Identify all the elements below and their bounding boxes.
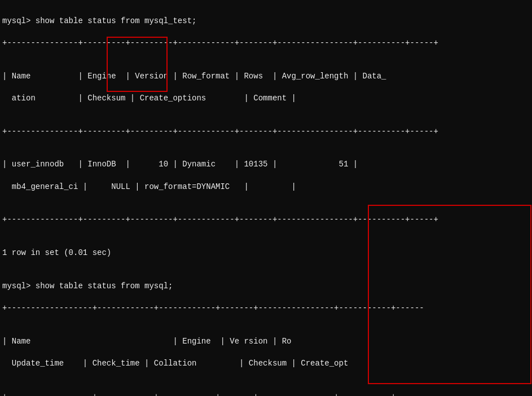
terminal-output: mysql> show table status from mysql_test… (2, 5, 530, 396)
line-20: Update_time | Check_time | Collation | C… (2, 358, 530, 369)
line-14: 1 row in set (0.01 sec) (2, 248, 530, 259)
line-9: | user_innodb | InnoDB | 10 | Dynamic | … (2, 159, 530, 170)
line-19: | Name | Engine | Ve rsion | Ro (2, 336, 530, 347)
line-10: mb4_general_ci | NULL | row_format=DYNAM… (2, 182, 530, 193)
line-22: +------------------+------------+-------… (2, 391, 530, 396)
line-5: ation | Checksum | Create_options | Comm… (2, 93, 530, 104)
line-2: +---------------+---------+---------+---… (2, 38, 530, 49)
terminal-wrapper: mysql> show table status from mysql_test… (2, 5, 530, 396)
line-17: +------------------+------------+-------… (2, 303, 530, 314)
line-4: | Name | Engine | Version | Row_format |… (2, 71, 530, 82)
line-1: mysql> show table status from mysql_test… (2, 16, 530, 27)
line-12: +---------------+---------+---------+---… (2, 214, 530, 226)
line-7: +---------------+---------+---------+---… (2, 126, 530, 138)
line-16: mysql> show table status from mysql; (2, 281, 530, 292)
